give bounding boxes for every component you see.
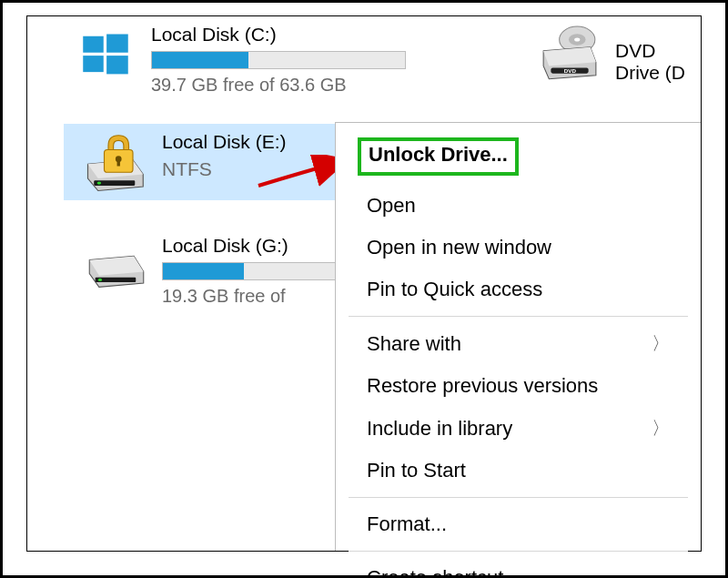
storage-bar	[151, 51, 406, 69]
drive-row-dvd[interactable]: DVD DVD Drive (D	[528, 16, 701, 95]
menu-restore-versions[interactable]: Restore previous versions	[336, 365, 701, 407]
windows-logo-icon	[73, 22, 138, 87]
svg-rect-1	[106, 35, 128, 53]
menu-unlock-drive[interactable]: Unlock Drive...	[336, 128, 701, 185]
svg-point-16	[98, 279, 102, 281]
svg-point-6	[574, 37, 580, 41]
menu-include-library[interactable]: Include in library 〉	[336, 407, 701, 450]
menu-create-shortcut[interactable]: Create shortcut	[336, 557, 701, 578]
drive-title: Local Disk (E:)	[162, 131, 346, 153]
locked-drive-icon	[84, 129, 149, 195]
menu-separator	[349, 551, 688, 552]
hdd-icon	[84, 233, 149, 299]
menu-open-new-window[interactable]: Open in new window	[336, 227, 701, 269]
menu-open[interactable]: Open	[336, 185, 701, 227]
menu-pin-start[interactable]: Pin to Start	[336, 450, 701, 492]
drive-title: DVD Drive (D	[615, 40, 692, 84]
drive-filesystem: NTFS	[162, 158, 346, 180]
drive-row-c[interactable]: Local Disk (C:) 39.7 GB free of 63.6 GB	[64, 16, 519, 101]
svg-rect-2	[83, 56, 104, 72]
menu-share-with[interactable]: Share with 〉	[336, 322, 701, 365]
storage-bar	[162, 262, 344, 280]
menu-format[interactable]: Format...	[336, 503, 701, 545]
dvd-drive-icon: DVD	[537, 22, 602, 87]
svg-rect-3	[106, 56, 128, 74]
chevron-right-icon: 〉	[652, 331, 670, 356]
svg-rect-14	[117, 159, 120, 167]
svg-text:DVD: DVD	[564, 67, 577, 74]
storage-free-text: 19.3 GB free of	[162, 286, 346, 307]
menu-separator	[349, 316, 688, 317]
svg-point-10	[97, 181, 102, 184]
highlight-annotation: Unlock Drive...	[358, 137, 519, 176]
storage-free-text: 39.7 GB free of 63.6 GB	[151, 75, 510, 96]
menu-pin-quick-access[interactable]: Pin to Quick access	[336, 269, 701, 310]
drive-row-e[interactable]: Local Disk (E:) NTFS	[64, 124, 355, 200]
drive-title: Local Disk (G:)	[162, 235, 346, 257]
menu-separator	[349, 497, 688, 498]
drive-title: Local Disk (C:)	[151, 24, 510, 46]
context-menu: Unlock Drive... Open Open in new window …	[335, 122, 701, 551]
chevron-right-icon: 〉	[652, 416, 670, 441]
svg-rect-0	[83, 36, 104, 53]
drive-row-g[interactable]: Local Disk (G:) 19.3 GB free of	[64, 228, 355, 312]
